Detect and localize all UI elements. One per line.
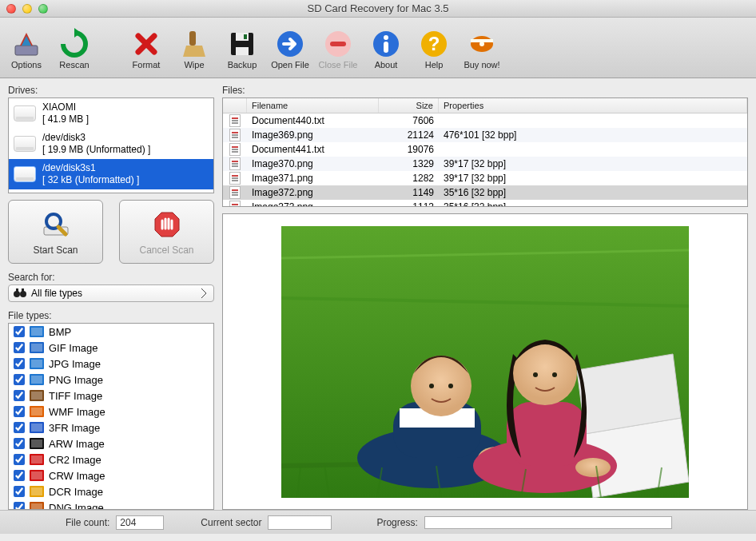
file-properties: 39*17 [32 bpp]	[439, 158, 747, 169]
file-type-checkbox[interactable]	[14, 342, 25, 353]
file-properties: 476*101 [32 bpp]	[439, 129, 747, 141]
file-type-row[interactable]: TIFF Image	[9, 388, 213, 404]
file-type-icon	[30, 453, 44, 466]
file-type-row[interactable]: DCR Image	[9, 483, 213, 499]
svg-rect-52	[31, 503, 42, 510]
file-properties: 39*17 [32 bpp]	[439, 173, 747, 184]
file-types-list[interactable]: BMPGIF ImageJPG ImagePNG ImageTIFF Image…	[8, 323, 214, 510]
openfile-icon	[274, 28, 306, 60]
file-type-row[interactable]: JPG Image	[9, 356, 213, 372]
statusbar: File count: 204 Current sector Progress:	[0, 510, 756, 534]
drive-row[interactable]: /dev/disk3[ 19.9 MB (Unformatted) ]	[9, 129, 213, 159]
file-type-checkbox[interactable]	[14, 502, 25, 510]
document-icon	[229, 129, 241, 141]
wipe-button[interactable]: Wipe	[171, 25, 217, 71]
openfile-button[interactable]: Open File	[267, 25, 313, 71]
start-scan-button[interactable]: Start Scan	[8, 200, 103, 264]
options-button[interactable]: Options	[3, 25, 50, 71]
files-header: Filename Size Properties	[223, 98, 747, 113]
file-row[interactable]: Image373.png111335*16 [32 bpp]	[223, 200, 747, 206]
file-type-icon	[30, 469, 44, 482]
file-type-icon	[30, 389, 44, 402]
svg-rect-46	[31, 455, 42, 463]
drive-detail: [ 32 kB (Unformatted) ]	[42, 174, 139, 186]
file-type-checkbox[interactable]	[14, 358, 25, 369]
format-button[interactable]: Format	[123, 25, 169, 71]
file-type-row[interactable]: CR2 Image	[9, 451, 213, 467]
openfile-label: Open File	[271, 60, 309, 70]
file-type-checkbox[interactable]	[14, 422, 25, 433]
file-type-row[interactable]: BMP	[9, 324, 213, 340]
buynow-label: Buy now!	[464, 60, 499, 70]
file-type-label: DCR Image	[49, 486, 103, 498]
file-type-row[interactable]: DNG Image	[9, 499, 213, 510]
drives-label: Drives:	[8, 85, 214, 96]
file-type-row[interactable]: CRW Image	[9, 467, 213, 483]
file-name: Image371.png	[247, 173, 379, 184]
window-title: SD Card Recovery for Mac 3.5	[0, 2, 756, 14]
file-type-label: TIFF Image	[49, 390, 102, 402]
help-label: Help	[425, 60, 444, 70]
file-type-checkbox[interactable]	[14, 374, 25, 385]
file-type-row[interactable]: ARW Image	[9, 436, 213, 451]
file-type-label: ARW Image	[49, 438, 105, 450]
file-type-icon	[30, 405, 44, 418]
file-type-row[interactable]: 3FR Image	[9, 420, 213, 436]
preview-pane	[222, 213, 748, 510]
drive-row[interactable]: XIAOMI[ 41.9 MB ]	[9, 98, 213, 129]
svg-rect-15	[384, 42, 388, 53]
drives-list[interactable]: XIAOMI[ 41.9 MB ]/dev/disk3[ 19.9 MB (Un…	[8, 97, 214, 193]
options-label: Options	[11, 60, 42, 70]
file-row[interactable]: Image370.png132939*17 [32 bpp]	[223, 157, 747, 171]
file-type-label: GIF Image	[49, 342, 97, 354]
svg-rect-32	[31, 344, 42, 352]
file-row[interactable]: Image369.png21124476*101 [32 bpp]	[223, 128, 747, 142]
col-properties[interactable]: Properties	[439, 98, 747, 113]
svg-marker-24	[155, 213, 179, 237]
file-type-checkbox[interactable]	[14, 406, 25, 417]
backup-button[interactable]: Backup	[219, 25, 265, 71]
buynow-button[interactable]: Buy now!	[459, 25, 505, 71]
file-type-checkbox[interactable]	[14, 454, 25, 465]
file-type-label: WMF Image	[49, 406, 105, 418]
file-type-checkbox[interactable]	[14, 390, 25, 401]
svg-rect-44	[31, 440, 42, 448]
closefile-icon	[322, 28, 354, 60]
file-size: 21124	[379, 129, 439, 141]
file-type-row[interactable]: GIF Image	[9, 340, 213, 356]
help-button[interactable]: ?Help	[411, 25, 457, 71]
current-sector-label: Current sector	[201, 517, 261, 528]
file-type-row[interactable]: PNG Image	[9, 372, 213, 388]
file-type-icon	[30, 501, 44, 510]
svg-point-66	[448, 384, 453, 388]
file-type-checkbox[interactable]	[14, 326, 25, 337]
drive-row[interactable]: /dev/disk3s1[ 32 kB (Unformatted) ]	[9, 159, 213, 189]
file-type-checkbox[interactable]	[14, 438, 25, 449]
drive-name: XIAOMI	[42, 101, 89, 113]
file-type-checkbox[interactable]	[14, 470, 25, 481]
col-filename[interactable]: Filename	[247, 98, 379, 113]
file-name: Document441.txt	[247, 144, 379, 155]
search-for-value: All file types	[31, 288, 82, 299]
col-size[interactable]: Size	[379, 98, 439, 113]
file-row[interactable]: Document441.txt19076	[223, 142, 747, 157]
file-row[interactable]: Document440.txt7606	[223, 113, 747, 128]
files-label: Files:	[222, 85, 748, 96]
files-list[interactable]: Document440.txt7606Image369.png21124476*…	[223, 113, 747, 206]
file-row[interactable]: Image372.png114935*16 [32 bpp]	[223, 185, 747, 200]
document-icon	[229, 157, 241, 170]
file-type-row[interactable]: WMF Image	[9, 404, 213, 420]
rescan-button[interactable]: Rescan	[51, 25, 97, 71]
file-name: Image372.png	[247, 187, 379, 198]
search-for-combo[interactable]: All file types	[8, 284, 214, 302]
about-button[interactable]: About	[363, 25, 409, 71]
file-size: 7606	[379, 115, 439, 126]
file-row[interactable]: Image371.png128239*17 [32 bpp]	[223, 171, 747, 185]
toolbar: OptionsRescanFormatWipeBackupOpen FileCl…	[0, 18, 756, 78]
svg-rect-0	[15, 46, 38, 55]
about-icon	[370, 28, 402, 60]
svg-rect-48	[31, 471, 42, 479]
svg-rect-30	[31, 328, 42, 336]
drive-name: /dev/disk3s1	[42, 162, 139, 174]
file-type-checkbox[interactable]	[14, 486, 25, 497]
